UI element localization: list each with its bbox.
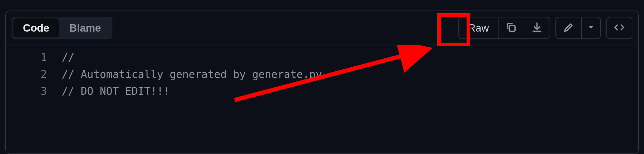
edit-button[interactable] (556, 17, 581, 38)
download-icon (531, 22, 543, 34)
line-text[interactable]: // (62, 49, 74, 66)
line-text[interactable]: // DO NOT EDIT!!! (62, 83, 170, 100)
tab-blame-label: Blame (69, 22, 101, 34)
raw-group: Raw (458, 17, 550, 39)
code-line: 1 // (6, 49, 638, 66)
line-text[interactable]: // Automatically generated by generate.p… (62, 66, 328, 83)
line-number[interactable]: 2 (6, 66, 62, 83)
file-toolbar: Code Blame Raw (6, 11, 638, 45)
view-mode-segment: Code Blame (12, 17, 112, 39)
code-line: 3 // DO NOT EDIT!!! (6, 83, 638, 100)
code-line: 2 // Automatically generated by generate… (6, 66, 638, 83)
file-panel: Code Blame Raw (5, 11, 639, 154)
symbols-group (606, 17, 632, 39)
caret-down-icon (587, 23, 595, 33)
tab-code[interactable]: Code (13, 18, 59, 37)
raw-button-label: Raw (468, 22, 489, 34)
code-area: 1 // 2 // Automatically generated by gen… (6, 45, 638, 100)
edit-menu-button[interactable] (581, 17, 600, 38)
tab-code-label: Code (23, 22, 49, 34)
pencil-icon (563, 22, 574, 34)
line-number[interactable]: 1 (6, 49, 62, 66)
copy-button[interactable] (498, 17, 524, 38)
line-number[interactable]: 3 (6, 83, 62, 100)
edit-group (555, 17, 601, 39)
copy-icon (505, 22, 517, 34)
code-symbols-icon (613, 22, 625, 34)
svg-rect-0 (509, 26, 515, 31)
tab-blame[interactable]: Blame (60, 18, 110, 37)
download-button[interactable] (524, 17, 550, 38)
symbols-button[interactable] (607, 17, 632, 38)
raw-button[interactable]: Raw (459, 17, 498, 38)
